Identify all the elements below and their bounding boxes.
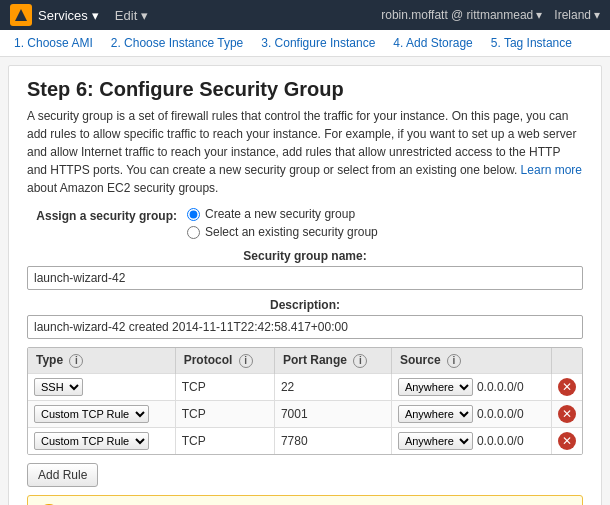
source-select-2[interactable]: Anywhere: [398, 432, 473, 450]
port-value: 7780: [281, 434, 308, 448]
port-value: 7001: [281, 407, 308, 421]
table-row: SSH TCP 22 Anywhere 0.0.0.0/0 ✕: [28, 373, 582, 400]
type-select-0[interactable]: SSH: [34, 378, 83, 396]
cell-port: 22: [274, 373, 391, 400]
steps-bar: 1. Choose AMI 2. Choose Instance Type 3.…: [0, 30, 610, 57]
cell-source: Anywhere 0.0.0.0/0: [391, 427, 551, 454]
protocol-value: TCP: [182, 434, 206, 448]
cell-source: Anywhere 0.0.0.0/0: [391, 400, 551, 427]
edit-arrow-icon: ▾: [141, 8, 148, 23]
cell-protocol: TCP: [175, 373, 274, 400]
desc-label: Description:: [27, 298, 583, 312]
sg-name-input[interactable]: [27, 266, 583, 290]
aws-logo: [10, 4, 32, 26]
select-existing-radio-input[interactable]: [187, 226, 200, 239]
user-arrow-icon: ▾: [536, 8, 542, 22]
edit-menu[interactable]: Edit ▾: [115, 8, 148, 23]
create-new-label: Create a new security group: [205, 207, 355, 221]
learn-more-link[interactable]: Learn more: [521, 163, 582, 177]
step-4[interactable]: 4. Add Storage: [393, 36, 472, 50]
step-2[interactable]: 2. Choose Instance Type: [111, 36, 244, 50]
services-arrow-icon: ▾: [92, 8, 99, 23]
top-navigation: Services ▾ Edit ▾ robin.moffatt @ rittma…: [0, 0, 610, 30]
region-label: Ireland: [554, 8, 591, 22]
col-type: Type i: [28, 348, 175, 373]
cell-type: Custom TCP Rule: [28, 427, 175, 454]
sg-name-label: Security group name:: [27, 249, 583, 263]
assign-security-group-row: Assign a security group: Create a new se…: [27, 207, 583, 239]
description: A security group is a set of firewall ru…: [27, 107, 583, 197]
cell-type: Custom TCP Rule: [28, 400, 175, 427]
cidr-value: 0.0.0.0/0: [477, 407, 524, 421]
cidr-value: 0.0.0.0/0: [477, 434, 524, 448]
port-info-icon[interactable]: i: [353, 354, 367, 368]
col-source: Source i: [391, 348, 551, 373]
source-info-icon[interactable]: i: [447, 354, 461, 368]
svg-marker-0: [15, 9, 27, 21]
rules-table: Type i Protocol i Port Range i Source i: [28, 348, 582, 454]
type-info-icon[interactable]: i: [69, 354, 83, 368]
create-new-radio[interactable]: Create a new security group: [187, 207, 378, 221]
assign-label: Assign a security group:: [27, 207, 187, 223]
services-menu[interactable]: Services ▾: [38, 8, 99, 23]
col-protocol: Protocol i: [175, 348, 274, 373]
select-existing-label: Select an existing security group: [205, 225, 378, 239]
remove-row-button-2[interactable]: ✕: [558, 432, 576, 450]
cell-protocol: TCP: [175, 427, 274, 454]
source-select-0[interactable]: Anywhere: [398, 378, 473, 396]
table-row: Custom TCP Rule TCP 7780 Anywhere 0.0.0.…: [28, 427, 582, 454]
table-row: Custom TCP Rule TCP 7001 Anywhere 0.0.0.…: [28, 400, 582, 427]
cell-remove: ✕: [552, 427, 583, 454]
region-menu[interactable]: Ireland ▾: [554, 8, 600, 22]
protocol-info-icon[interactable]: i: [239, 354, 253, 368]
services-label: Services: [38, 8, 88, 23]
page-title: Step 6: Configure Security Group: [27, 78, 583, 101]
step-1[interactable]: 1. Choose AMI: [14, 36, 93, 50]
user-menu[interactable]: robin.moffatt @ rittmanmead ▾: [381, 8, 542, 22]
select-existing-radio[interactable]: Select an existing security group: [187, 225, 378, 239]
col-port-range: Port Range i: [274, 348, 391, 373]
port-value: 22: [281, 380, 294, 394]
table-header-row: Type i Protocol i Port Range i Source i: [28, 348, 582, 373]
main-content: Step 6: Configure Security Group A secur…: [8, 65, 602, 505]
region-arrow-icon: ▾: [594, 8, 600, 22]
type-select-2[interactable]: Custom TCP Rule: [34, 432, 149, 450]
cell-protocol: TCP: [175, 400, 274, 427]
protocol-value: TCP: [182, 380, 206, 394]
radio-group: Create a new security group Select an ex…: [187, 207, 378, 239]
cell-source: Anywhere 0.0.0.0/0: [391, 373, 551, 400]
description-section: Description:: [27, 298, 583, 339]
remove-row-button-1[interactable]: ✕: [558, 405, 576, 423]
rules-table-wrapper: Type i Protocol i Port Range i Source i: [27, 347, 583, 455]
create-new-radio-input[interactable]: [187, 208, 200, 221]
nav-right: robin.moffatt @ rittmanmead ▾ Ireland ▾: [381, 8, 600, 22]
security-group-name-section: Security group name:: [27, 249, 583, 290]
add-rule-button[interactable]: Add Rule: [27, 463, 98, 487]
cidr-value: 0.0.0.0/0: [477, 380, 524, 394]
cell-port: 7780: [274, 427, 391, 454]
cell-remove: ✕: [552, 400, 583, 427]
desc-input[interactable]: [27, 315, 583, 339]
cell-port: 7001: [274, 400, 391, 427]
cell-remove: ✕: [552, 373, 583, 400]
type-select-1[interactable]: Custom TCP Rule: [34, 405, 149, 423]
col-actions: [552, 348, 583, 373]
edit-label: Edit: [115, 8, 137, 23]
source-select-1[interactable]: Anywhere: [398, 405, 473, 423]
warning-box: ⚠ Warning Rules with source of 0.0.0.0/0…: [27, 495, 583, 505]
remove-row-button-0[interactable]: ✕: [558, 378, 576, 396]
cell-type: SSH: [28, 373, 175, 400]
step-5[interactable]: 5. Tag Instance: [491, 36, 572, 50]
user-label: robin.moffatt @ rittmanmead: [381, 8, 533, 22]
protocol-value: TCP: [182, 407, 206, 421]
step-3[interactable]: 3. Configure Instance: [261, 36, 375, 50]
